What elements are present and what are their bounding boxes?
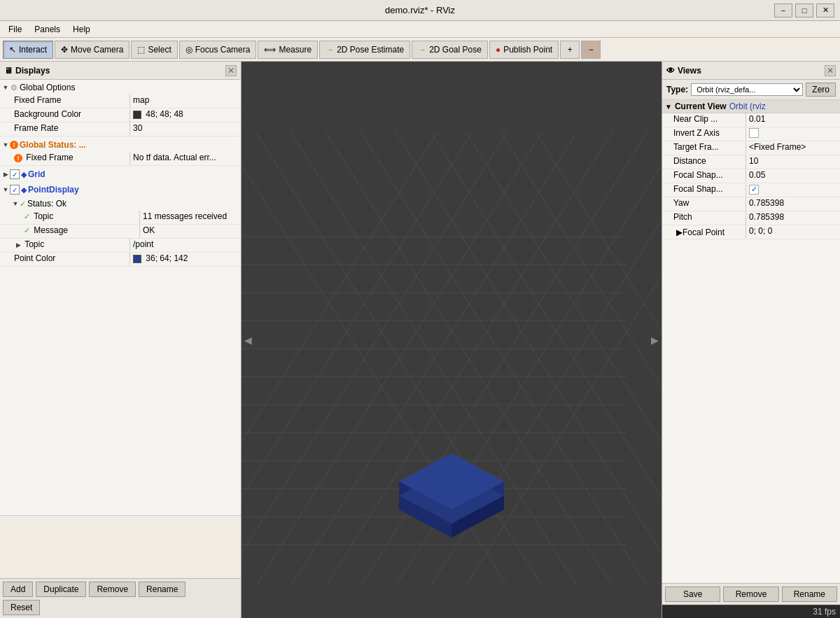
pd-topic-label: ✓ Topic bbox=[21, 211, 140, 224]
viewport-right-arrow[interactable]: ▶ bbox=[651, 335, 659, 346]
pose-estimate-icon bbox=[326, 45, 334, 55]
pd-topic-prop: ✓ Topic 11 messages received bbox=[0, 211, 241, 225]
current-view-value: Orbit (rviz bbox=[729, 101, 766, 111]
global-options-row[interactable]: ▼ ⚙ Global Options bbox=[0, 80, 241, 94]
displays-close-button[interactable]: ✕ bbox=[225, 65, 237, 76]
select-label: Select bbox=[148, 45, 171, 55]
point-display-expander[interactable]: ▼ bbox=[1, 185, 10, 194]
pd-topic2-expander[interactable]: ▶ bbox=[14, 241, 22, 249]
focal-shape2-checkbox[interactable]: ✓ bbox=[749, 185, 759, 195]
status-ok-expander[interactable]: ▼ bbox=[11, 199, 20, 208]
grid-checkbox[interactable]: ✓ bbox=[10, 169, 20, 179]
remove-toolbar-button[interactable]: − bbox=[581, 41, 601, 59]
measure-icon bbox=[264, 45, 276, 55]
yaw-value[interactable]: 0.785398 bbox=[746, 197, 840, 211]
focal-shape1-value[interactable]: 0.05 bbox=[746, 169, 840, 183]
views-rename-button[interactable]: Rename bbox=[782, 587, 837, 602]
global-status-row[interactable]: ▼ ! Global Status: ... bbox=[0, 138, 241, 152]
bg-color-value[interactable]: 48; 48; 48 bbox=[130, 108, 241, 122]
point-display-checkbox[interactable]: ✓ bbox=[10, 185, 20, 195]
add-toolbar-button[interactable]: + bbox=[560, 41, 580, 59]
goal-pose-button[interactable]: 2D Goal Pose bbox=[412, 41, 488, 59]
menu-file[interactable]: File bbox=[3, 23, 27, 36]
views-save-button[interactable]: Save bbox=[665, 587, 720, 602]
remove-button[interactable]: Remove bbox=[89, 582, 136, 597]
views-zero-button[interactable]: Zero bbox=[806, 83, 836, 97]
duplicate-button[interactable]: Duplicate bbox=[36, 582, 86, 597]
main-layout: 🖥 Displays ✕ ▼ ⚙ Global Options Fixed Fr… bbox=[0, 62, 840, 618]
global-options-expander[interactable]: ▼ bbox=[1, 83, 10, 92]
rename-button[interactable]: Rename bbox=[139, 582, 186, 597]
views-remove-button[interactable]: Remove bbox=[723, 587, 778, 602]
minimize-button[interactable]: − bbox=[774, 3, 792, 17]
reset-button[interactable]: Reset bbox=[3, 600, 40, 615]
views-close-button[interactable]: ✕ bbox=[825, 65, 836, 76]
focal-shape2-value[interactable]: ✓ bbox=[746, 183, 840, 197]
invert-z-checkbox[interactable] bbox=[749, 128, 759, 138]
focal-shape1-label: Focal Shap... bbox=[662, 169, 746, 183]
invert-z-value[interactable] bbox=[746, 127, 840, 141]
current-view-header[interactable]: ▼ Current View Orbit (rviz bbox=[662, 100, 840, 113]
pitch-prop: Pitch 0.785398 bbox=[662, 211, 840, 225]
publish-point-icon bbox=[496, 45, 500, 55]
fps-value: 31 fps bbox=[813, 607, 836, 617]
displays-panel: 🖥 Displays ✕ ▼ ⚙ Global Options Fixed Fr… bbox=[0, 62, 241, 618]
pd-message-prop: ✓ Message OK bbox=[0, 225, 241, 239]
focus-camera-button[interactable]: Focus Camera bbox=[179, 41, 257, 59]
plus-icon: + bbox=[568, 45, 573, 55]
pd-topic2-value[interactable]: /point bbox=[130, 239, 241, 252]
viewport[interactable]: ◀ ▶ bbox=[241, 62, 662, 618]
point-color-swatch bbox=[133, 255, 141, 263]
pd-color-value[interactable]: 36; 64; 142 bbox=[130, 253, 241, 266]
target-frame-value[interactable]: <Fixed Frame> bbox=[746, 141, 840, 155]
select-button[interactable]: Select bbox=[131, 41, 177, 59]
status-ok-row[interactable]: ▼ ✓ Status: Ok bbox=[0, 197, 241, 211]
pd-topic-value: 11 messages received bbox=[140, 211, 241, 224]
displays-tree: ▼ ⚙ Global Options Fixed Frame map Backg… bbox=[0, 80, 241, 515]
measure-button[interactable]: Measure bbox=[258, 41, 318, 59]
grid-row[interactable]: ▶ ✓ ◆ Grid bbox=[0, 167, 241, 181]
near-clip-prop: Near Clip ... 0.01 bbox=[662, 113, 840, 127]
viewport-left-arrow[interactable]: ◀ bbox=[244, 335, 252, 346]
current-view-label: Current View bbox=[675, 101, 727, 111]
displays-buttons: Add Duplicate Remove Rename bbox=[0, 578, 241, 600]
grid-expander[interactable]: ▶ bbox=[1, 170, 10, 178]
maximize-button[interactable]: □ bbox=[795, 3, 813, 17]
pitch-value[interactable]: 0.785398 bbox=[746, 211, 840, 225]
menu-help[interactable]: Help bbox=[67, 23, 96, 36]
focal-point-value[interactable]: 0; 0; 0 bbox=[746, 225, 840, 239]
menubar: File Panels Help bbox=[0, 21, 840, 38]
current-view-expander[interactable]: ▼ bbox=[665, 103, 672, 111]
status-ff-icon: ! bbox=[14, 154, 22, 162]
views-type-row: Type: Orbit (rviz_defa... Zero bbox=[662, 80, 840, 100]
move-camera-button[interactable]: Move Camera bbox=[55, 41, 130, 59]
frame-rate-value[interactable]: 30 bbox=[130, 122, 241, 136]
focal-point-expander[interactable]: ▶ bbox=[673, 227, 682, 237]
point-display-row[interactable]: ▼ ✓ ◆ PointDisplay bbox=[0, 183, 241, 197]
focal-shape2-label: Focal Shap... bbox=[662, 183, 746, 197]
displays-bottom-empty bbox=[0, 515, 241, 578]
near-clip-value[interactable]: 0.01 bbox=[746, 113, 840, 127]
pose-estimate-button[interactable]: 2D Pose Estimate bbox=[319, 41, 410, 59]
pd-topic-check-icon: ✓ bbox=[24, 212, 30, 220]
publish-point-button[interactable]: Publish Point bbox=[489, 41, 559, 59]
point-display-item: ▼ ✓ ◆ PointDisplay ▼ ✓ Status: Ok ✓ Topi… bbox=[0, 182, 241, 267]
interact-button[interactable]: Interact bbox=[3, 41, 53, 59]
global-status-item: ▼ ! Global Status: ... ! Fixed Frame No … bbox=[0, 137, 241, 167]
menu-panels[interactable]: Panels bbox=[29, 23, 66, 36]
fixed-frame-prop: Fixed Frame map bbox=[0, 94, 241, 108]
fixed-frame-value[interactable]: map bbox=[130, 94, 241, 108]
invert-z-prop: Invert Z Axis bbox=[662, 127, 840, 141]
focus-camera-icon bbox=[186, 45, 192, 55]
frame-rate-prop: Frame Rate 30 bbox=[0, 122, 241, 136]
distance-value[interactable]: 10 bbox=[746, 155, 840, 169]
goal-pose-icon bbox=[418, 45, 426, 55]
close-window-button[interactable]: ✕ bbox=[816, 3, 834, 17]
add-button[interactable]: Add bbox=[3, 582, 33, 597]
pd-topic2-prop: ▶ Topic /point bbox=[0, 239, 241, 253]
displays-title: Displays bbox=[15, 66, 50, 76]
cube-3d bbox=[396, 429, 507, 548]
views-panel: 👁 Views ✕ Type: Orbit (rviz_defa... Zero… bbox=[662, 62, 840, 618]
views-type-select[interactable]: Orbit (rviz_defa... bbox=[691, 83, 803, 96]
global-status-expander[interactable]: ▼ bbox=[1, 141, 10, 149]
